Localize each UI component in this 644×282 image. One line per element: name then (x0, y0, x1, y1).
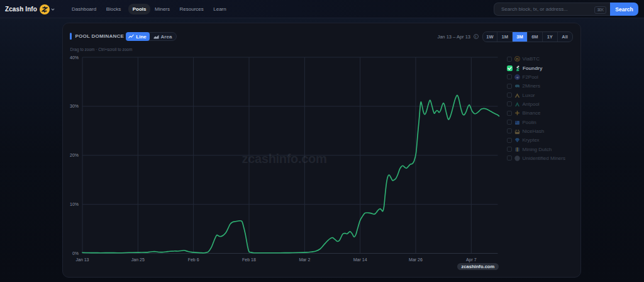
svg-text:Jan 25: Jan 25 (131, 257, 145, 262)
svg-text:Feb 18: Feb 18 (242, 257, 256, 262)
svg-text:Mar 2: Mar 2 (299, 257, 310, 262)
svg-text:0%: 0% (72, 251, 79, 256)
svg-text:zcashinfo.com: zcashinfo.com (242, 152, 326, 166)
svg-text:Feb 6: Feb 6 (188, 257, 199, 262)
svg-text:40%: 40% (70, 55, 79, 60)
svg-text:Mar 26: Mar 26 (409, 257, 423, 262)
svg-text:30%: 30% (70, 104, 79, 108)
svg-text:Mar 14: Mar 14 (353, 257, 367, 262)
svg-text:Apr 7: Apr 7 (466, 257, 477, 262)
svg-text:10%: 10% (70, 202, 79, 206)
svg-text:20%: 20% (70, 153, 79, 157)
svg-text:B: B (516, 57, 519, 61)
svg-text:Jan 13: Jan 13 (75, 257, 89, 262)
